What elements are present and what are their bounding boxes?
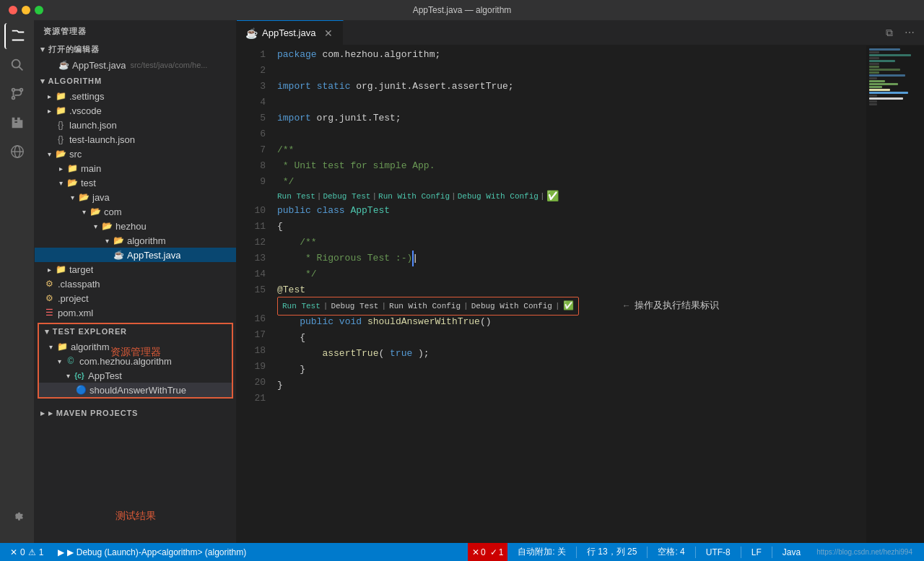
- tab-filename: AppTest.java: [262, 27, 315, 38]
- code-line-8: * Unit test for simple App.: [277, 158, 866, 174]
- run-with-config-link[interactable]: Run With Config: [378, 188, 450, 204]
- error-badge[interactable]: ✕ 0 ✓ 1: [468, 543, 507, 561]
- folder-open-icon: 📂: [78, 191, 90, 203]
- autoattach-label: 自动附加: 关: [518, 546, 566, 558]
- code-line-13: * Rigorous Test :-)|: [277, 251, 866, 266]
- test-launch-json[interactable]: {} test-launch.json: [35, 132, 236, 147]
- classpath-file[interactable]: ⚙ .classpath: [35, 277, 236, 291]
- json-file-icon: {}: [55, 119, 66, 131]
- tab-close-button[interactable]: ✕: [323, 27, 334, 39]
- code-editor[interactable]: package com.hezhou.algorithm; import sta…: [271, 45, 866, 543]
- run-test-method-link[interactable]: Run Test: [282, 298, 321, 314]
- debug-config-method-link[interactable]: Debug With Config: [471, 298, 552, 314]
- launch-json[interactable]: {} launch.json: [35, 118, 236, 132]
- code-line-4: [277, 95, 866, 110]
- open-file-apptest[interactable]: ☕ AppTest.java src/test/java/com/he...: [35, 58, 236, 72]
- test-passed-badge: ✅: [546, 188, 559, 204]
- autoattach-status[interactable]: 自动附加: 关: [513, 543, 570, 561]
- editor-area: ☕ AppTest.java ✕ ⧉ ⋯ 1 2 3 4 5 6 7 8 9: [237, 20, 924, 543]
- encoding-label[interactable]: UTF-8: [702, 543, 735, 561]
- debug-play-icon: ▶: [58, 547, 64, 557]
- source-control-icon[interactable]: [4, 81, 30, 107]
- folder-open-icon: 📂: [90, 206, 101, 217]
- project-file[interactable]: ⚙ .project: [35, 291, 236, 305]
- java-folder[interactable]: ▾ 📂 java: [35, 190, 236, 204]
- folder-icon: 📁: [56, 341, 68, 352]
- open-file-name: AppTest.java: [72, 60, 126, 71]
- vscode-folder[interactable]: ▸ 📁 .vscode: [35, 103, 236, 118]
- line-numbers: 1 2 3 4 5 6 7 8 9 10 11 12 13 14 15 16 1…: [237, 45, 271, 543]
- test-result-annotation: 测试结果: [116, 510, 156, 523]
- src-folder[interactable]: ▾ 📂 src: [35, 147, 236, 161]
- codelens-method-container: Run Test | Debug Test | Run With Config …: [277, 298, 866, 314]
- warning-count: 1: [39, 547, 44, 557]
- apptest-file[interactable]: ☕ AppTest.java: [35, 248, 236, 262]
- code-line-14: */: [277, 266, 866, 282]
- hezhou-folder[interactable]: ▾ 📂 hezhou: [35, 219, 236, 233]
- settings-icon[interactable]: [4, 503, 30, 529]
- pom-xml-file[interactable]: ☰ pom.xml: [35, 305, 236, 320]
- language-label[interactable]: Java: [778, 543, 805, 561]
- explorer-title: 资源管理器: [43, 26, 86, 37]
- run-config-method-link[interactable]: Run With Config: [389, 298, 461, 314]
- maximize-button[interactable]: [35, 6, 43, 14]
- run-test-link[interactable]: Run Test: [277, 188, 315, 204]
- indent-size[interactable]: 空格: 4: [653, 543, 689, 561]
- debug-test-method-link[interactable]: Debug Test: [331, 298, 378, 314]
- folder-icon: 📁: [55, 90, 66, 102]
- test-method-shouldanswer[interactable]: 🔵 shouldAnswerWithTrue: [39, 383, 232, 397]
- traffic-lights: [9, 6, 43, 14]
- cursor-position[interactable]: 行 13，列 25: [583, 543, 641, 561]
- folder-open-icon: 📂: [113, 235, 124, 246]
- test-class-apptest[interactable]: ▾ {c} AppTest: [39, 368, 232, 383]
- class-icon: {c}: [74, 370, 85, 381]
- remote-explorer-icon[interactable]: [4, 139, 30, 165]
- svg-point-4: [12, 97, 14, 100]
- tab-apptest[interactable]: ☕ AppTest.java ✕: [237, 20, 344, 45]
- maven-projects-label[interactable]: ▸ ▸ MAVEN PROJECTS: [35, 404, 236, 422]
- xml-file-icon: ⚙: [43, 278, 55, 290]
- debug-with-config-link[interactable]: Debug With Config: [458, 188, 539, 204]
- error-count: 0: [20, 547, 25, 557]
- search-icon[interactable]: [4, 52, 30, 78]
- folder-icon: 📁: [66, 162, 78, 174]
- algorithm-section-label[interactable]: ▾ ALGORITHM: [35, 72, 236, 89]
- status-bar: ✕ 0 ⚠ 1 ▶ ▶ Debug (Launch)-App<algorithm…: [0, 543, 924, 561]
- code-line-9: */: [277, 174, 866, 190]
- com-folder[interactable]: ▾ 📂 com: [35, 204, 236, 219]
- separator-1: [576, 547, 577, 558]
- code-line-11: {: [277, 219, 866, 235]
- target-folder[interactable]: ▸ 📁 target: [35, 262, 236, 277]
- window-title: AppTest.java — algorithm: [413, 5, 512, 15]
- explorer-header: 资源管理器: [35, 20, 236, 40]
- package-icon: ©: [65, 355, 77, 367]
- close-button[interactable]: [9, 6, 17, 14]
- error-warning-count[interactable]: ✕ 0 ⚠ 1: [6, 543, 48, 561]
- settings-folder[interactable]: ▸ 📁 .settings: [35, 89, 236, 103]
- files-icon[interactable]: [4, 23, 30, 49]
- maven-arrow-icon: ▸: [40, 409, 45, 418]
- svg-line-1: [19, 66, 22, 70]
- test-folder[interactable]: ▾ 📂 test: [35, 175, 236, 190]
- operation-annotation: ← 操作及执行结果标识: [624, 298, 719, 314]
- debug-button[interactable]: ▶ ▶ Debug (Launch)-App<algorithm> (algor…: [53, 543, 250, 561]
- extensions-icon[interactable]: [4, 110, 30, 136]
- folder-open-icon: 📂: [55, 148, 66, 160]
- code-line-17: {: [277, 330, 866, 346]
- eol-label[interactable]: LF: [747, 543, 766, 561]
- run-test-bar[interactable]: Run Test | Debug Test | Run With Config …: [277, 297, 579, 316]
- main-folder[interactable]: ▸ 📁 main: [35, 161, 236, 175]
- java-tab-icon: ☕: [245, 27, 258, 39]
- algorithm-folder[interactable]: ▾ 📂 algorithm: [35, 233, 236, 248]
- minimap: [866, 45, 924, 543]
- test-explorer-header: ▾ TEST EXPLORER: [39, 324, 232, 339]
- java-file-icon: ☕: [58, 59, 69, 71]
- split-editor-icon[interactable]: ⧉: [881, 24, 898, 41]
- code-line-15: @Test: [277, 282, 866, 298]
- xml-file-icon: ⚙: [43, 292, 55, 304]
- minimize-button[interactable]: [22, 6, 30, 14]
- more-actions-icon[interactable]: ⋯: [901, 24, 918, 41]
- open-editors-label[interactable]: ▾ 打开的编辑器: [35, 40, 236, 58]
- json-file-icon: {}: [55, 134, 66, 145]
- debug-test-link[interactable]: Debug Test: [323, 188, 370, 204]
